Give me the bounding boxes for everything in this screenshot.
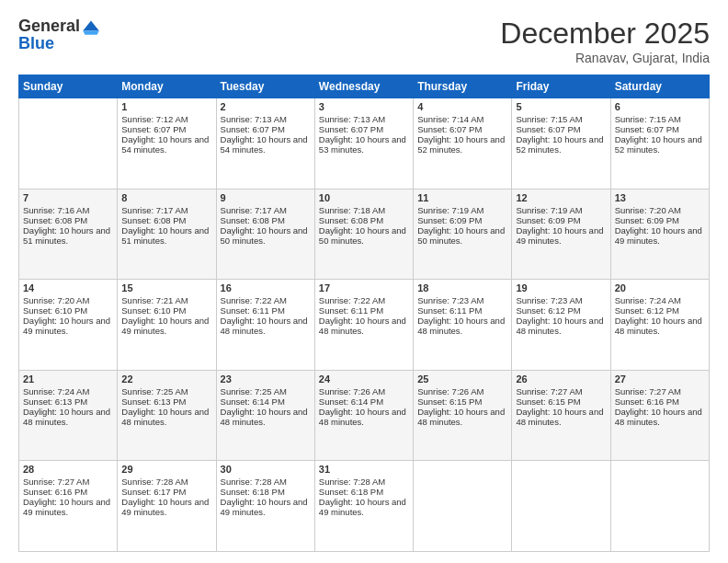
sunset-text: Sunset: 6:12 PM xyxy=(516,305,606,316)
day-number: 15 xyxy=(121,282,211,293)
sunrise-text: Sunrise: 7:19 AM xyxy=(516,205,606,215)
daylight-text: Daylight: 10 hours and 52 minutes. xyxy=(615,134,705,155)
sunrise-text: Sunrise: 7:15 AM xyxy=(615,114,705,124)
daylight-text: Daylight: 10 hours and 48 minutes. xyxy=(319,407,409,427)
calendar-week-row: 21Sunrise: 7:24 AMSunset: 6:13 PMDayligh… xyxy=(19,370,710,461)
sunset-text: Sunset: 6:07 PM xyxy=(319,124,409,134)
day-number: 6 xyxy=(615,101,705,112)
sunset-text: Sunset: 6:09 PM xyxy=(417,215,507,225)
day-number: 28 xyxy=(23,464,113,475)
daylight-text: Daylight: 10 hours and 52 minutes. xyxy=(516,134,606,155)
calendar-day-header: Tuesday xyxy=(216,75,314,98)
calendar-cell: 18Sunrise: 7:23 AMSunset: 6:11 PMDayligh… xyxy=(414,280,512,371)
day-number: 20 xyxy=(615,282,705,293)
sunset-text: Sunset: 6:11 PM xyxy=(319,305,409,316)
day-number: 11 xyxy=(417,192,507,203)
daylight-text: Daylight: 10 hours and 48 minutes. xyxy=(516,407,606,427)
day-number: 14 xyxy=(23,282,113,293)
daylight-text: Daylight: 10 hours and 49 minutes. xyxy=(121,316,211,336)
location: Ranavav, Gujarat, India xyxy=(500,51,710,65)
calendar-header-row: SundayMondayTuesdayWednesdayThursdayFrid… xyxy=(19,75,710,98)
daylight-text: Daylight: 10 hours and 48 minutes. xyxy=(615,407,705,427)
daylight-text: Daylight: 10 hours and 48 minutes. xyxy=(516,316,606,336)
sunset-text: Sunset: 6:14 PM xyxy=(319,396,409,407)
day-number: 27 xyxy=(615,373,705,385)
calendar-day-header: Friday xyxy=(512,75,610,98)
sunset-text: Sunset: 6:07 PM xyxy=(516,124,606,134)
sunrise-text: Sunrise: 7:28 AM xyxy=(221,477,311,487)
daylight-text: Daylight: 10 hours and 53 minutes. xyxy=(319,134,409,155)
calendar-cell: 24Sunrise: 7:26 AMSunset: 6:14 PMDayligh… xyxy=(314,370,413,461)
day-number: 7 xyxy=(23,192,113,203)
calendar-cell: 16Sunrise: 7:22 AMSunset: 6:11 PMDayligh… xyxy=(216,280,314,371)
calendar-table: SundayMondayTuesdayWednesdayThursdayFrid… xyxy=(18,75,710,552)
calendar-cell: 4Sunrise: 7:14 AMSunset: 6:07 PMDaylight… xyxy=(414,98,512,190)
day-number: 19 xyxy=(516,282,606,293)
day-number: 5 xyxy=(516,101,606,112)
calendar-day-header: Sunday xyxy=(19,75,118,98)
daylight-text: Daylight: 10 hours and 48 minutes. xyxy=(417,407,507,427)
calendar-week-row: 14Sunrise: 7:20 AMSunset: 6:10 PMDayligh… xyxy=(19,280,710,371)
calendar-cell: 5Sunrise: 7:15 AMSunset: 6:07 PMDaylight… xyxy=(512,98,610,190)
sunrise-text: Sunrise: 7:21 AM xyxy=(121,295,211,305)
calendar-cell: 10Sunrise: 7:18 AMSunset: 6:08 PMDayligh… xyxy=(314,189,413,280)
calendar-cell: 11Sunrise: 7:19 AMSunset: 6:09 PMDayligh… xyxy=(414,189,512,280)
calendar-cell: 3Sunrise: 7:13 AMSunset: 6:07 PMDaylight… xyxy=(314,98,413,190)
sunrise-text: Sunrise: 7:25 AM xyxy=(221,386,311,396)
sunset-text: Sunset: 6:09 PM xyxy=(516,215,606,225)
sunset-text: Sunset: 6:10 PM xyxy=(23,305,113,316)
sunrise-text: Sunrise: 7:13 AM xyxy=(319,114,409,124)
calendar-cell: 7Sunrise: 7:16 AMSunset: 6:08 PMDaylight… xyxy=(19,189,118,280)
day-number: 3 xyxy=(319,101,409,112)
calendar-cell xyxy=(19,98,118,190)
calendar-cell: 25Sunrise: 7:26 AMSunset: 6:15 PMDayligh… xyxy=(414,370,512,461)
sunset-text: Sunset: 6:14 PM xyxy=(221,396,311,407)
sunset-text: Sunset: 6:11 PM xyxy=(221,305,311,316)
daylight-text: Daylight: 10 hours and 51 minutes. xyxy=(121,225,211,246)
sunset-text: Sunset: 6:09 PM xyxy=(615,215,705,225)
sunrise-text: Sunrise: 7:23 AM xyxy=(516,295,606,305)
day-number: 13 xyxy=(615,192,705,203)
day-number: 22 xyxy=(121,373,211,385)
sunset-text: Sunset: 6:18 PM xyxy=(319,487,409,497)
calendar-cell: 27Sunrise: 7:27 AMSunset: 6:16 PMDayligh… xyxy=(610,370,709,461)
sunrise-text: Sunrise: 7:27 AM xyxy=(615,386,705,396)
sunset-text: Sunset: 6:08 PM xyxy=(221,215,311,225)
calendar-cell: 17Sunrise: 7:22 AMSunset: 6:11 PMDayligh… xyxy=(314,280,413,371)
sunset-text: Sunset: 6:07 PM xyxy=(417,124,507,134)
sunset-text: Sunset: 6:07 PM xyxy=(615,124,705,134)
calendar-cell: 15Sunrise: 7:21 AMSunset: 6:10 PMDayligh… xyxy=(118,280,216,371)
sunrise-text: Sunrise: 7:24 AM xyxy=(615,295,705,305)
daylight-text: Daylight: 10 hours and 52 minutes. xyxy=(417,134,507,155)
sunrise-text: Sunrise: 7:23 AM xyxy=(417,295,507,305)
title-block: December 2025 Ranavav, Gujarat, India xyxy=(500,17,710,65)
calendar-cell: 2Sunrise: 7:13 AMSunset: 6:07 PMDaylight… xyxy=(216,98,314,190)
sunrise-text: Sunrise: 7:15 AM xyxy=(516,114,606,124)
sunset-text: Sunset: 6:17 PM xyxy=(121,487,211,497)
day-number: 12 xyxy=(516,192,606,203)
sunrise-text: Sunrise: 7:27 AM xyxy=(516,386,606,396)
daylight-text: Daylight: 10 hours and 48 minutes. xyxy=(319,316,409,336)
sunset-text: Sunset: 6:10 PM xyxy=(121,305,211,316)
calendar-cell: 12Sunrise: 7:19 AMSunset: 6:09 PMDayligh… xyxy=(512,189,610,280)
sunrise-text: Sunrise: 7:24 AM xyxy=(23,386,113,396)
day-number: 25 xyxy=(417,373,507,385)
sunrise-text: Sunrise: 7:20 AM xyxy=(23,295,113,305)
month-title: December 2025 xyxy=(500,17,710,51)
daylight-text: Daylight: 10 hours and 54 minutes. xyxy=(221,134,311,155)
day-number: 1 xyxy=(121,101,211,112)
sunrise-text: Sunrise: 7:18 AM xyxy=(319,205,409,215)
sunset-text: Sunset: 6:18 PM xyxy=(221,487,311,497)
daylight-text: Daylight: 10 hours and 48 minutes. xyxy=(615,316,705,336)
calendar-day-header: Saturday xyxy=(610,75,709,98)
sunrise-text: Sunrise: 7:17 AM xyxy=(221,205,311,215)
daylight-text: Daylight: 10 hours and 49 minutes. xyxy=(319,497,409,517)
sunset-text: Sunset: 6:11 PM xyxy=(417,305,507,316)
sunrise-text: Sunrise: 7:27 AM xyxy=(23,477,113,487)
calendar-cell: 22Sunrise: 7:25 AMSunset: 6:13 PMDayligh… xyxy=(118,370,216,461)
sunrise-text: Sunrise: 7:20 AM xyxy=(615,205,705,215)
sunset-text: Sunset: 6:08 PM xyxy=(319,215,409,225)
logo-blue: Blue xyxy=(18,34,54,53)
day-number: 24 xyxy=(319,373,409,385)
sunset-text: Sunset: 6:07 PM xyxy=(221,124,311,134)
